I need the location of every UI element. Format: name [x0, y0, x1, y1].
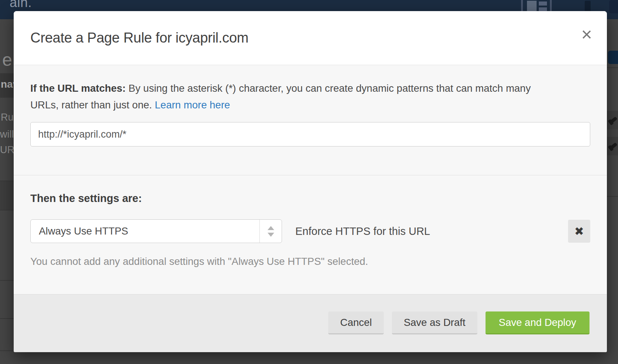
close-icon[interactable]: ×: [581, 25, 592, 44]
background-row-divider: [607, 67, 618, 68]
setting-row: Always Use HTTPS Enforce HTTPS for this …: [30, 219, 590, 243]
modal-title: Create a Page Rule for icyapril.com: [30, 30, 248, 46]
background-row-divider: [0, 210, 14, 210]
select-spinner: [259, 220, 282, 243]
remove-setting-icon[interactable]: ✖: [568, 220, 590, 243]
chevron-up-icon: [268, 226, 274, 230]
setting-select[interactable]: Always Use HTTPS: [30, 219, 282, 243]
settings-section: Then the settings are: Always Use HTTPS …: [14, 175, 607, 294]
background-heading-fragment: e: [2, 50, 12, 70]
navbar-icon-fragment: [609, 0, 618, 13]
url-pattern-input[interactable]: [30, 122, 590, 146]
background-row-fragment: [607, 137, 618, 155]
save-and-deploy-button[interactable]: Save and Deploy: [486, 311, 590, 334]
background-page-left-strip: e nav Ru will UR: [0, 19, 14, 364]
background-blue-button-fragment: [608, 51, 618, 64]
save-as-draft-button[interactable]: Save as Draft: [392, 311, 477, 334]
background-row-fragment: [0, 181, 14, 210]
create-page-rule-modal: Create a Page Rule for icyapril.com × If…: [14, 11, 607, 352]
settings-note: You cannot add any additional settings w…: [30, 256, 590, 267]
background-row-divider: [0, 350, 14, 351]
url-match-label: If the URL matches:: [30, 82, 126, 94]
background-text-fragment: Ru: [1, 112, 14, 123]
background-row-divider: [0, 318, 14, 319]
cancel-button[interactable]: Cancel: [328, 311, 384, 334]
background-page-right-strip: [607, 19, 618, 364]
background-row-divider: [0, 280, 14, 281]
setting-description: Enforce HTTPS for this URL: [295, 225, 430, 237]
url-match-help-text: If the URL matches: By using the asteris…: [30, 80, 556, 113]
modal-footer: Cancel Save as Draft Save and Deploy: [14, 294, 607, 352]
setting-select-value: Always Use HTTPS: [39, 225, 128, 237]
learn-more-link[interactable]: Learn more here: [155, 99, 230, 111]
background-row-divider: [607, 196, 618, 197]
background-text-fragment: nav: [1, 78, 14, 90]
chevron-down-icon: [268, 233, 274, 237]
background-text-fragment: UR: [0, 144, 14, 156]
background-navbar-text-fragment: ain.: [10, 0, 32, 10]
layout-icon-fragment: [527, 1, 537, 12]
background-row-fragment: [607, 111, 618, 129]
settings-heading: Then the settings are:: [30, 192, 590, 205]
background-text-fragment: will: [0, 129, 14, 140]
modal-header: Create a Page Rule for icyapril.com ×: [14, 11, 607, 65]
wrench-icon: [609, 117, 617, 124]
wrench-icon: [609, 142, 617, 149]
layout-icon-fragment: [539, 1, 547, 6]
url-match-section: If the URL matches: By using the asteris…: [14, 65, 607, 175]
